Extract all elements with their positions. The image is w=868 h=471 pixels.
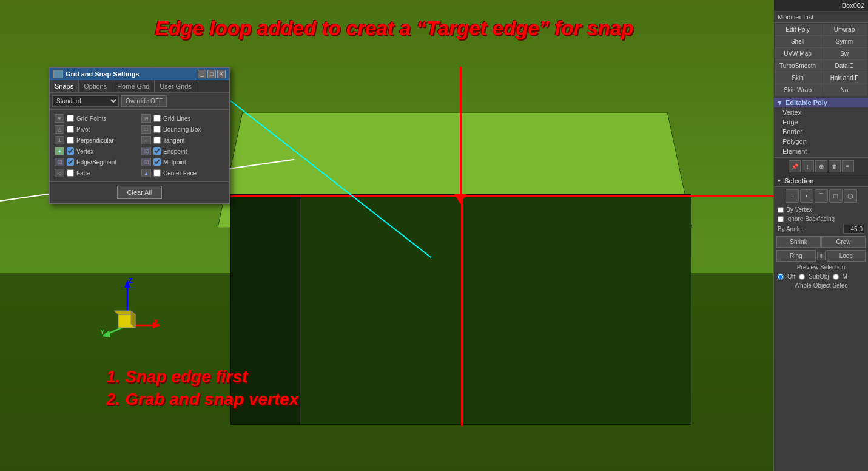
by-vertex-row: By Vertex bbox=[774, 205, 868, 214]
tangent-label: Tangent bbox=[163, 137, 185, 144]
red-arrow-shaft bbox=[460, 67, 462, 197]
dialog-minimize-btn[interactable]: _ bbox=[198, 70, 206, 78]
mod-skin[interactable]: Skin bbox=[775, 72, 821, 84]
mod-edit-poly[interactable]: Edit Poly bbox=[775, 24, 821, 35]
right-panel: Box002 Modifier List Edit Poly Unwrap Sh… bbox=[773, 0, 868, 471]
bounding-box-icon: □ bbox=[141, 125, 151, 134]
ps-off-radio[interactable] bbox=[778, 274, 784, 280]
mod-sw[interactable]: Sw bbox=[821, 48, 867, 59]
midpoint-checkbox[interactable] bbox=[153, 158, 161, 166]
sel-element-icon[interactable]: ⬡ bbox=[844, 189, 857, 203]
grid-points-checkbox[interactable] bbox=[67, 115, 74, 122]
ep-element[interactable]: Element bbox=[774, 146, 868, 156]
modifier-list-label: Modifier List bbox=[774, 12, 868, 23]
ring-spinner[interactable]: ⇕ bbox=[817, 252, 826, 260]
mod-skin-wrap[interactable]: Skin Wrap bbox=[775, 84, 821, 96]
ignore-backfacing-checkbox[interactable] bbox=[778, 216, 784, 222]
dialog-footer: Clear All bbox=[50, 181, 229, 203]
mod-data-c[interactable]: Data C bbox=[821, 60, 867, 72]
tab-options[interactable]: Options bbox=[79, 80, 112, 92]
tangent-checkbox[interactable] bbox=[153, 137, 161, 144]
bounding-box-checkbox[interactable] bbox=[153, 126, 161, 133]
svg-text:Z: Z bbox=[129, 277, 133, 284]
stack-icon-options[interactable]: ≡ bbox=[842, 160, 854, 172]
dialog-close-btn[interactable]: ✕ bbox=[217, 70, 226, 78]
by-vertex-checkbox[interactable] bbox=[778, 207, 784, 213]
standard-dropdown[interactable]: Standard bbox=[52, 95, 119, 107]
mod-hair-f[interactable]: Hair and F bbox=[821, 72, 867, 84]
snap-item-grid-points: ⊞ Grid Points bbox=[53, 114, 139, 123]
edge-segment-label: Edge/Segment bbox=[76, 159, 116, 166]
by-angle-input[interactable] bbox=[843, 225, 864, 234]
endpoint-icon: ☑ bbox=[141, 147, 151, 155]
stack-toolbar: 📌 ↕ ⊕ 🗑 ≡ bbox=[774, 157, 868, 175]
mod-unwrap[interactable]: Unwrap bbox=[821, 24, 867, 35]
whole-object-label: Whole Object Selec bbox=[774, 281, 868, 290]
center-face-icon: ▲ bbox=[141, 169, 151, 177]
stack-icon-delete[interactable]: 🗑 bbox=[829, 160, 841, 172]
grid-lines-icon: ⊟ bbox=[141, 114, 151, 123]
sel-vertex-icon[interactable]: · bbox=[786, 189, 799, 203]
snap-item-pivot: △ Pivot bbox=[53, 124, 139, 134]
ep-vertex[interactable]: Vertex bbox=[774, 107, 868, 117]
loop-button[interactable]: Loop bbox=[827, 250, 866, 262]
dialog-restore-btn[interactable]: □ bbox=[207, 70, 216, 78]
override-button[interactable]: Override OFF bbox=[121, 95, 167, 107]
endpoint-label: Endpoint bbox=[163, 148, 187, 155]
editable-poly-header: ▼ Editable Poly bbox=[774, 98, 868, 107]
gizmo: Z X Y bbox=[97, 277, 164, 337]
mod-shell[interactable]: Shell bbox=[775, 36, 821, 47]
tab-home-grid[interactable]: Home Grid bbox=[112, 80, 155, 92]
mod-no[interactable]: No bbox=[821, 84, 867, 96]
tab-snaps[interactable]: Snaps bbox=[50, 80, 79, 92]
stack-icon-pin[interactable]: 📌 bbox=[789, 160, 801, 172]
clear-all-button[interactable]: Clear All bbox=[117, 186, 163, 199]
stack-icon-move[interactable]: ↕ bbox=[802, 160, 814, 172]
midpoint-icon: ☑ bbox=[141, 158, 151, 166]
face-checkbox[interactable] bbox=[67, 169, 74, 177]
perpendicular-icon: ⊥ bbox=[55, 136, 64, 144]
snap-item-face: ◁ Face bbox=[53, 168, 139, 178]
center-face-checkbox[interactable] bbox=[153, 169, 161, 177]
perpendicular-label: Perpendicular bbox=[76, 137, 114, 144]
editable-poly-section: ▼ Editable Poly Vertex Edge Border Polyg… bbox=[774, 97, 868, 157]
tab-user-grids[interactable]: User Grids bbox=[155, 80, 197, 92]
ps-subobj-radio[interactable] bbox=[799, 274, 805, 280]
grid-points-icon: ⊞ bbox=[55, 114, 64, 123]
dialog-titlebar[interactable]: Grid and Snap Settings _ □ ✕ bbox=[50, 68, 229, 80]
bounding-box-label: Bounding Box bbox=[163, 126, 201, 133]
snap-item-midpoint: ☑ Midpoint bbox=[140, 157, 226, 167]
face-label: Face bbox=[76, 170, 90, 177]
endpoint-checkbox[interactable] bbox=[153, 147, 161, 155]
ep-polygon[interactable]: Polygon bbox=[774, 137, 868, 146]
stack-icon-copy[interactable]: ⊕ bbox=[815, 160, 827, 172]
grow-button[interactable]: Grow bbox=[821, 236, 866, 248]
face-icon: ◁ bbox=[55, 169, 64, 177]
ep-edge[interactable]: Edge bbox=[774, 117, 868, 127]
pivot-checkbox[interactable] bbox=[67, 126, 74, 133]
snap-items-grid: ⊞ Grid Points ⊟ Grid Lines △ Pivot □ Bou… bbox=[50, 110, 229, 181]
midpoint-label: Midpoint bbox=[163, 159, 186, 166]
dialog-tabs: Snaps Options Home Grid User Grids bbox=[50, 80, 229, 93]
red-arrow-head bbox=[454, 194, 466, 204]
sel-edge-icon[interactable]: / bbox=[800, 189, 813, 203]
grid-lines-checkbox[interactable] bbox=[153, 115, 161, 122]
vertex-checkbox[interactable] bbox=[67, 147, 74, 155]
mod-uvw-map[interactable]: UVW Map bbox=[775, 48, 821, 59]
annotation-bottom: 1. Snap edge first 2. Grab and snap vert… bbox=[106, 366, 298, 410]
sel-polygon-icon[interactable]: □ bbox=[829, 189, 843, 203]
edge-segment-checkbox[interactable] bbox=[67, 158, 74, 166]
ep-border[interactable]: Border bbox=[774, 127, 868, 137]
by-angle-row: By Angle: bbox=[774, 223, 868, 235]
sel-border-icon[interactable]: ⌒ bbox=[815, 189, 828, 203]
perpendicular-checkbox[interactable] bbox=[67, 137, 74, 144]
ps-multi-radio[interactable] bbox=[833, 274, 839, 280]
snap-item-perpendicular: ⊥ Perpendicular bbox=[53, 135, 139, 145]
mod-turbosmooth[interactable]: TurboSmooth bbox=[775, 60, 821, 72]
preview-selection-label: Preview Selection bbox=[774, 263, 868, 272]
mod-symm[interactable]: Symm bbox=[821, 36, 867, 47]
shrink-button[interactable]: Shrink bbox=[776, 236, 821, 248]
selection-section: ▼ Selection · / ⌒ □ ⬡ By Vertex Ignore B… bbox=[774, 175, 868, 471]
ring-loop-row: Ring ⇕ Loop bbox=[774, 249, 868, 263]
ring-button[interactable]: Ring bbox=[776, 250, 816, 262]
